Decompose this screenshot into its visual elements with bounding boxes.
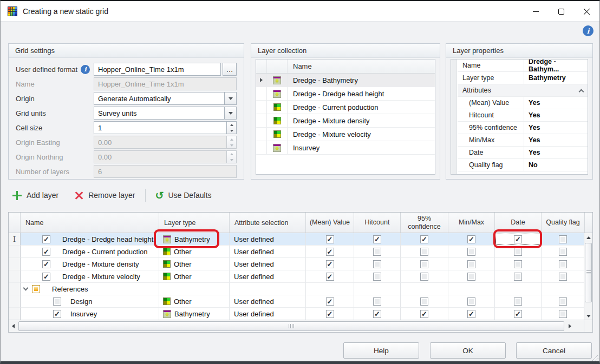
column-header-attribute-selection[interactable]: Attribute selection [230,213,306,233]
date-checkbox[interactable] [514,235,522,243]
minmax-checkbox[interactable] [467,260,475,268]
date-checkbox[interactable] [514,310,522,318]
column-header-quality-flag[interactable]: Quality flag [542,213,585,233]
cancel-button[interactable]: Cancel [516,342,592,359]
quality-flag-checkbox[interactable] [559,260,567,268]
confidence-checkbox[interactable] [420,248,428,256]
list-item[interactable]: Dredge - Mixture density [256,114,435,128]
date-checkbox[interactable] [514,297,522,306]
info-icon[interactable] [583,25,594,36]
list-item[interactable]: Dredge - Mixture velocity [256,128,435,141]
group-checkbox[interactable] [32,285,40,293]
property-row[interactable]: Hitcount Yes [458,109,588,122]
confidence-checkbox[interactable] [420,260,428,268]
minmax-checkbox[interactable] [467,248,475,256]
grid-units-select[interactable]: Survey units [94,107,225,120]
ok-button[interactable]: OK [430,342,506,359]
table-row[interactable]: Insurvey Bathymetry User defined [9,308,592,320]
vertical-scroll-thumb[interactable] [585,243,592,302]
column-header-hitcount[interactable]: Hitcount [354,213,401,233]
row-checkbox[interactable] [53,297,61,306]
column-header-date[interactable]: Date [495,213,542,233]
table-row[interactable]: Dredge - Current poduction Other User de… [9,246,592,258]
scroll-up-button[interactable] [584,233,592,242]
mean-value-checkbox[interactable] [326,273,334,281]
scroll-left-button[interactable] [9,320,17,332]
grid-units-dropdown-button[interactable] [225,107,237,120]
row-checkbox[interactable] [42,260,50,268]
format-info-icon[interactable] [81,65,90,74]
list-item[interactable]: Dredge - Current poduction [256,101,435,114]
date-cell-focused[interactable] [495,233,542,246]
quality-flag-checkbox[interactable] [559,273,567,281]
property-row[interactable]: (Mean) Value Yes [458,97,588,109]
mean-value-checkbox[interactable] [326,235,334,243]
mean-value-checkbox[interactable] [326,297,334,306]
column-header-95-confidence[interactable]: 95% confidence [401,213,448,233]
remove-layer-button[interactable]: Remove layer [70,189,139,202]
table-row[interactable]: Dredge - Mixture density Other User defi… [9,258,592,270]
confidence-checkbox[interactable] [420,235,428,243]
minimize-button[interactable] [523,1,549,22]
property-row[interactable]: Layer type Bathymetry [458,72,588,84]
hitcount-checkbox[interactable] [373,310,381,318]
list-item[interactable]: Insurvey [256,141,435,155]
quality-flag-checkbox[interactable] [559,235,567,243]
confidence-checkbox[interactable] [420,310,428,318]
hitcount-checkbox[interactable] [373,297,381,306]
row-checkbox[interactable] [53,310,61,318]
date-checkbox[interactable] [514,273,522,281]
scroll-right-button[interactable] [565,320,574,332]
mean-value-checkbox[interactable] [326,310,334,318]
row-checkbox[interactable] [42,235,50,243]
confidence-checkbox[interactable] [420,297,428,306]
origin-select[interactable]: Generate Automatically [94,92,225,105]
minmax-checkbox[interactable] [467,297,475,306]
column-header-name[interactable]: Name [21,213,159,233]
list-item[interactable]: Dredge - Dredge head height [256,87,435,101]
table-row[interactable]: I Dredge - Dredge head height Bathymetry… [9,233,592,246]
property-row[interactable]: Date Yes [458,147,588,159]
column-header-minmax[interactable]: Min/Max [448,213,495,233]
use-defaults-button[interactable]: ↺ Use Defaults [151,188,216,203]
column-header-layer-type[interactable]: Layer type [159,213,230,233]
horizontal-scroll-thumb[interactable] [18,321,564,331]
row-checkbox[interactable] [42,248,50,256]
minmax-checkbox[interactable] [467,235,475,243]
cell-size-input[interactable]: 1 [94,121,227,134]
browse-button[interactable]: … [223,63,237,76]
resize-grip[interactable] [591,354,598,361]
user-defined-format-input[interactable]: Hopper_Online_Time 1x1m [94,63,221,76]
mean-value-checkbox[interactable] [326,260,334,268]
row-checkbox[interactable] [42,273,50,281]
date-checkbox[interactable] [514,260,522,268]
horizontal-scrollbar[interactable] [9,320,584,332]
table-row[interactable]: Dredge - Mixture velocity Other User def… [9,270,592,283]
table-row[interactable]: Design Other User defined [9,295,592,308]
property-row[interactable]: Min/Max Yes [458,134,588,147]
maximize-button[interactable] [549,1,574,22]
quality-flag-checkbox[interactable] [559,297,567,306]
property-row[interactable]: Name Dredge - Bathym... [458,59,588,72]
help-button[interactable]: Help [343,342,419,359]
vertical-scrollbar[interactable] [584,233,592,320]
property-group-attributes[interactable]: Attributes [458,84,588,97]
close-button[interactable] [574,1,599,22]
property-row[interactable]: Quality flag No [458,159,588,171]
minmax-checkbox[interactable] [467,273,475,281]
hitcount-checkbox[interactable] [373,260,381,268]
column-header-mean-value[interactable]: (Mean) Value [306,213,354,233]
table-group-row[interactable]: References [9,283,592,295]
cell-size-spinner[interactable] [227,121,237,134]
property-row[interactable]: 95% confidence Yes [458,122,588,134]
date-checkbox[interactable] [514,248,522,256]
hitcount-checkbox[interactable] [373,273,381,281]
hitcount-checkbox[interactable] [373,248,381,256]
confidence-checkbox[interactable] [420,273,428,281]
minmax-checkbox[interactable] [467,310,475,318]
add-layer-button[interactable]: Add layer [8,189,63,202]
collapse-chevron-icon[interactable] [23,285,29,290]
list-item[interactable]: Dredge - Bathymetry [256,74,435,87]
quality-flag-checkbox[interactable] [559,248,567,256]
hitcount-checkbox[interactable] [373,235,381,243]
